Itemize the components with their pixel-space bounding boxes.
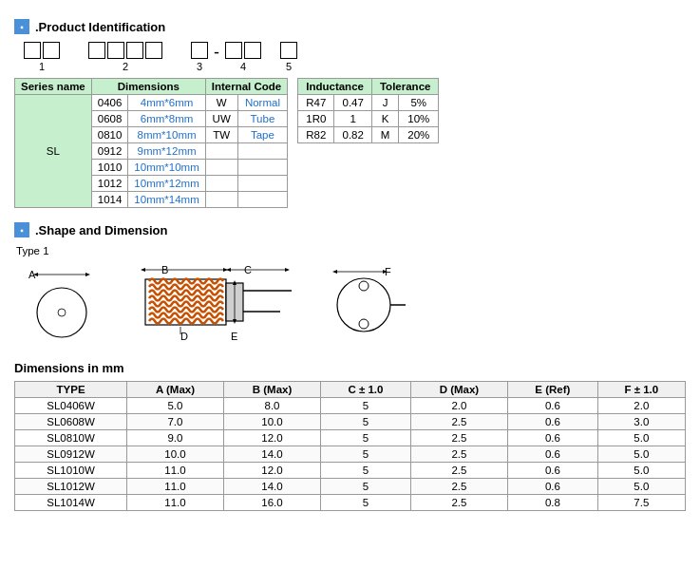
svg-text:E: E — [231, 331, 237, 342]
tol-val-j: 5% — [399, 95, 439, 111]
svg-marker-12 — [226, 268, 231, 272]
product-tables-row: Series name Dimensions Internal Code SL … — [14, 78, 686, 208]
dim-size-0406: 4mm*6mm — [128, 95, 205, 111]
table-row: SL0608W7.010.052.50.63.0 — [15, 414, 686, 430]
table-cell: 5.0 — [597, 446, 685, 463]
ind-val-r47: 0.47 — [334, 95, 372, 111]
table-cell: 5 — [321, 414, 410, 430]
col-inductance-header: Inductance — [298, 79, 372, 95]
table-cell: 0.6 — [508, 463, 598, 479]
table-row: SL1010W11.012.052.50.65.0 — [15, 463, 686, 479]
table-cell: 2.5 — [410, 479, 507, 495]
svg-point-4 — [37, 288, 86, 337]
dim-size-1010: 10mm*10mm — [128, 160, 205, 176]
ic-meaning-tw: Tape — [237, 127, 288, 143]
dim-col-f: F ± 1.0 — [597, 382, 685, 398]
pid-box-2b — [107, 42, 124, 59]
pid-box-1b — [43, 42, 60, 59]
ic-empty-4 — [237, 160, 288, 176]
dim-size-0810: 8mm*10mm — [128, 127, 205, 143]
section1-icon: ▪ — [14, 19, 29, 34]
dim-col-e: E (Ref) — [508, 382, 598, 398]
table-row: SL1012W11.014.052.50.65.0 — [15, 479, 686, 495]
table-cell: SL1010W — [15, 463, 127, 479]
diagram-circle-view: A — [24, 267, 100, 343]
dim-col-a: A (Max) — [127, 382, 224, 398]
table-cell: 5 — [321, 463, 410, 479]
dim-size-1012: 10mm*12mm — [128, 176, 205, 192]
table-cell: SL1012W — [15, 479, 127, 495]
ic-empty-3 — [205, 160, 237, 176]
type-label: Type 1 — [16, 245, 686, 256]
shape-dimension-section: ▪ .Shape and Dimension Type 1 A B — [14, 222, 686, 511]
ind-val-r82: 0.82 — [334, 127, 372, 143]
diagram-coil-view: B C — [128, 262, 299, 348]
table-cell: 2.5 — [410, 495, 507, 511]
table-cell: 5.0 — [127, 398, 224, 414]
table-cell: 11.0 — [127, 463, 224, 479]
ic-code-w: W — [205, 95, 237, 111]
ic-empty-5 — [205, 176, 237, 192]
table-cell: SL0608W — [15, 414, 127, 430]
svg-marker-3 — [85, 273, 90, 276]
table-cell: 8.0 — [223, 398, 320, 414]
section2-icon: ▪ — [14, 222, 29, 237]
table-cell: 14.0 — [223, 446, 320, 463]
table-cell: 7.0 — [127, 414, 224, 430]
pid-group-3: 3 — [191, 42, 208, 72]
dim-col-c: C ± 1.0 — [321, 382, 410, 398]
tol-val-k: 10% — [399, 111, 439, 127]
pid-box-2d — [145, 42, 162, 59]
pid-num-5: 5 — [286, 61, 292, 72]
right-table: Inductance Tolerance R47 0.47 J 5% 1R0 1… — [297, 78, 439, 143]
dim-code-1010: 1010 — [91, 160, 128, 176]
table-cell: 5 — [321, 430, 410, 446]
product-identification-section: ▪ .Product Identification 1 2 — [14, 19, 686, 208]
pid-group-1: 1 — [24, 42, 60, 72]
svg-point-30 — [359, 319, 369, 329]
table-cell: 0.8 — [508, 495, 598, 511]
dim-code-0406: 0406 — [91, 95, 128, 111]
table-cell: 9.0 — [127, 430, 224, 446]
dimensions-heading: Dimensions in mm — [14, 361, 686, 375]
dim-size-0912: 9mm*12mm — [128, 143, 205, 160]
col-internal-code-header: Internal Code — [205, 79, 287, 95]
ic-code-uw: UW — [205, 111, 237, 127]
tol-code-k: K — [371, 111, 398, 127]
table-cell: 5.0 — [597, 479, 685, 495]
dim-size-0608: 6mm*8mm — [128, 111, 205, 127]
pid-dash: - — [208, 42, 225, 63]
table-cell: SL0810W — [15, 430, 127, 446]
section2-header: ▪ .Shape and Dimension — [14, 222, 686, 237]
ic-empty-1 — [205, 143, 237, 160]
tol-code-m: M — [371, 127, 398, 143]
dim-col-type: TYPE — [15, 382, 127, 398]
pid-group-5: 5 — [280, 42, 297, 72]
table-cell: 2.5 — [410, 430, 507, 446]
table-cell: 12.0 — [223, 463, 320, 479]
table-cell: 11.0 — [127, 495, 224, 511]
table-cell: SL0912W — [15, 446, 127, 463]
svg-point-5 — [58, 309, 66, 316]
table-row: SL1014W11.016.052.50.87.5 — [15, 495, 686, 511]
table-cell: 7.5 — [597, 495, 685, 511]
pid-box-4a — [225, 42, 242, 59]
dim-code-0608: 0608 — [91, 111, 128, 127]
pid-box-5a — [280, 42, 297, 59]
table-cell: 12.0 — [223, 430, 320, 446]
diagram-row: A B C — [24, 262, 686, 348]
table-cell: 5 — [321, 398, 410, 414]
table-cell: 0.6 — [508, 430, 598, 446]
ic-meaning-uw: Tube — [237, 111, 288, 127]
table-cell: 0.6 — [508, 446, 598, 463]
ic-empty-7 — [205, 192, 237, 208]
pid-group-4: 4 — [225, 42, 261, 72]
pid-num-2: 2 — [123, 61, 128, 72]
section1-title: .Product Identification — [35, 20, 165, 34]
table-cell: 0.6 — [508, 398, 598, 414]
pid-num-1: 1 — [39, 61, 45, 72]
dim-size-1014: 10mm*14mm — [128, 192, 205, 208]
table-cell: 10.0 — [127, 446, 224, 463]
table-row: SL0912W10.014.052.50.65.0 — [15, 446, 686, 463]
table-cell: 0.6 — [508, 414, 598, 430]
